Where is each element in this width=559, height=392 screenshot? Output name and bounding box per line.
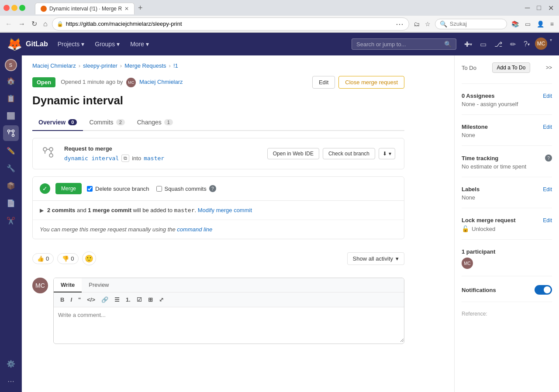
window-min-btn[interactable] — [11, 5, 17, 11]
sidebar-item-packages[interactable]: 📦 — [3, 178, 19, 193]
sidebar-item-home[interactable]: 🏠 — [3, 73, 19, 89]
quote-btn[interactable]: " — [76, 295, 83, 304]
source-branch[interactable]: dynamic interval — [64, 155, 119, 162]
table-btn[interactable]: ⊞ — [146, 295, 155, 304]
sidebar-item-snippets[interactable]: ✏️ — [3, 143, 19, 158]
open-ide-btn[interactable]: Open in Web IDE — [267, 148, 319, 159]
target-branch[interactable]: master — [144, 155, 164, 162]
tab-commits[interactable]: Commits 2 — [83, 114, 131, 131]
copy-branch-btn[interactable]: ⧉ — [121, 155, 129, 162]
gitlab-logo[interactable]: 🦊 GitLab — [7, 37, 48, 52]
firefox-search-bar[interactable]: 🔍 — [435, 19, 507, 29]
assignees-value[interactable]: None - assign yourself — [462, 101, 552, 107]
breadcrumb-link-mr[interactable]: Merge Requests — [124, 62, 166, 69]
library-btn[interactable]: 📚 — [510, 19, 521, 29]
dock-icon-btn[interactable]: ▭ — [477, 38, 489, 51]
nav-more[interactable]: More ▾ — [126, 38, 153, 50]
sidebar-item-wiki[interactable]: 📄 — [3, 195, 19, 211]
home-btn[interactable]: ⌂ — [41, 18, 49, 30]
breadcrumb-link-mr-id[interactable]: !1 — [173, 62, 178, 69]
header-search-input[interactable] — [356, 41, 441, 48]
sidebar-item-issues[interactable]: 📋 — [3, 90, 19, 106]
merge-btn[interactable]: Merge — [55, 183, 82, 194]
sidepanel-btn[interactable]: ▭ — [523, 19, 532, 29]
sidebar-avatar[interactable]: S — [5, 59, 17, 71]
delete-source-checkbox-label[interactable]: Delete source branch — [87, 186, 149, 192]
bullet-list-btn[interactable]: ☰ — [112, 295, 122, 304]
reload-btn[interactable]: ↻ — [30, 18, 39, 30]
active-tab[interactable]: Dynamic interval (!1) · Merge R ✕ — [35, 3, 135, 14]
breadcrumb-link-repo[interactable]: sleepy-printer — [83, 62, 117, 69]
back-btn[interactable]: ← — [3, 18, 14, 30]
expand-sidebar-btn[interactable]: >> — [546, 65, 552, 71]
add-todo-btn[interactable]: Add a To Do — [492, 62, 531, 73]
merge-icon-btn[interactable]: ⎇ — [492, 38, 505, 51]
squash-help-icon[interactable]: ? — [209, 185, 216, 192]
sidebar-item-board[interactable]: ⬜ — [3, 108, 19, 124]
code-btn[interactable]: </> — [85, 295, 97, 304]
italic-btn[interactable]: I — [68, 295, 74, 304]
close-mr-btn[interactable]: Close merge request — [338, 76, 404, 89]
window-close-x-btn[interactable]: ✕ — [546, 2, 556, 14]
ordered-list-btn[interactable]: 1. — [124, 295, 133, 304]
thumbs-up-btn[interactable]: 👍 0 — [32, 253, 54, 264]
labels-edit-link[interactable]: Edit — [543, 186, 552, 193]
header-avatar[interactable]: MC — [535, 38, 547, 50]
tab-overview[interactable]: Overview 0 — [32, 114, 83, 131]
forward-btn[interactable]: → — [17, 18, 27, 30]
menu-btn[interactable]: ≡ — [549, 19, 556, 29]
search-input[interactable] — [450, 21, 502, 27]
help-icon-btn[interactable]: ? ▾ — [521, 38, 532, 51]
comment-textarea[interactable] — [54, 307, 404, 342]
container-btn[interactable]: 🗂 — [412, 19, 421, 29]
thumbs-down-btn[interactable]: 👎 0 — [57, 253, 79, 264]
add-emoji-btn[interactable]: 🙂 — [82, 251, 96, 265]
window-minimize-btn[interactable]: ─ — [523, 2, 531, 14]
address-bar[interactable]: 🔒 ⋯ — [52, 17, 409, 31]
window-max-btn[interactable] — [19, 5, 25, 11]
checkout-branch-btn[interactable]: Check out branch — [323, 148, 375, 159]
nav-groups[interactable]: Groups ▾ — [90, 38, 124, 50]
sidebar-item-snippets2[interactable]: ✂️ — [3, 213, 19, 228]
assignees-edit-link[interactable]: Edit — [543, 93, 552, 99]
bold-btn[interactable]: B — [58, 295, 66, 304]
author-link[interactable]: Maciej Chmielarz — [139, 79, 183, 85]
editor-tab-preview[interactable]: Preview — [82, 278, 116, 292]
milestone-edit-link[interactable]: Edit — [543, 124, 552, 130]
bookmark-btn[interactable]: ☆ — [423, 19, 432, 29]
edit-mr-btn[interactable]: Edit — [312, 76, 335, 89]
window-close-btn[interactable] — [3, 5, 10, 11]
sidebar-item-ci-cd[interactable]: 🔧 — [3, 160, 19, 176]
tab-changes[interactable]: Changes 1 — [131, 114, 179, 131]
account-btn[interactable]: 👤 — [535, 19, 546, 29]
participant-avatar-1[interactable]: MC — [462, 258, 473, 269]
editor-tab-write[interactable]: Write — [54, 278, 82, 292]
breadcrumb-link-author[interactable]: Maciej Chmielarz — [32, 62, 76, 69]
sidebar-item-merge-requests[interactable] — [3, 125, 19, 141]
tab-close-btn[interactable]: ✕ — [124, 6, 129, 12]
show-activity-btn[interactable]: Show all activity ▾ — [347, 252, 404, 265]
sidebar-item-settings[interactable]: ⚙️ — [3, 356, 19, 371]
window-restore-btn[interactable]: □ — [535, 2, 543, 14]
expand-commits-btn[interactable]: ▶ — [40, 207, 44, 213]
link-btn[interactable]: 🔗 — [99, 295, 110, 304]
more-icon[interactable]: ⋯ — [396, 19, 404, 29]
edit-icon-btn[interactable]: ✏ — [507, 38, 518, 51]
delete-source-checkbox[interactable] — [87, 186, 93, 192]
sidebar-item-expand[interactable]: ⋯ — [3, 373, 19, 389]
url-input[interactable] — [66, 21, 393, 27]
task-list-btn[interactable]: ☑ — [135, 295, 144, 304]
notifications-toggle[interactable] — [535, 285, 552, 295]
squash-commits-checkbox-label[interactable]: Squash commits ? — [156, 185, 216, 192]
plus-icon-btn[interactable]: ✚ ▾ — [462, 38, 475, 51]
lock-edit-link[interactable]: Edit — [543, 217, 552, 224]
command-line-link[interactable]: command line — [177, 226, 212, 233]
new-tab-btn[interactable]: + — [135, 2, 146, 14]
header-search-icon[interactable]: 🔍 — [444, 41, 452, 48]
download-btn[interactable]: ⬇ ▾ — [379, 148, 395, 159]
squash-commits-checkbox[interactable] — [156, 186, 162, 192]
nav-projects[interactable]: Projects ▾ — [53, 38, 89, 50]
fullscreen-btn[interactable]: ⤢ — [157, 295, 166, 304]
header-search-bar[interactable]: 🔍 — [352, 38, 456, 50]
modify-merge-commit-link[interactable]: Modify merge commit — [198, 207, 252, 213]
